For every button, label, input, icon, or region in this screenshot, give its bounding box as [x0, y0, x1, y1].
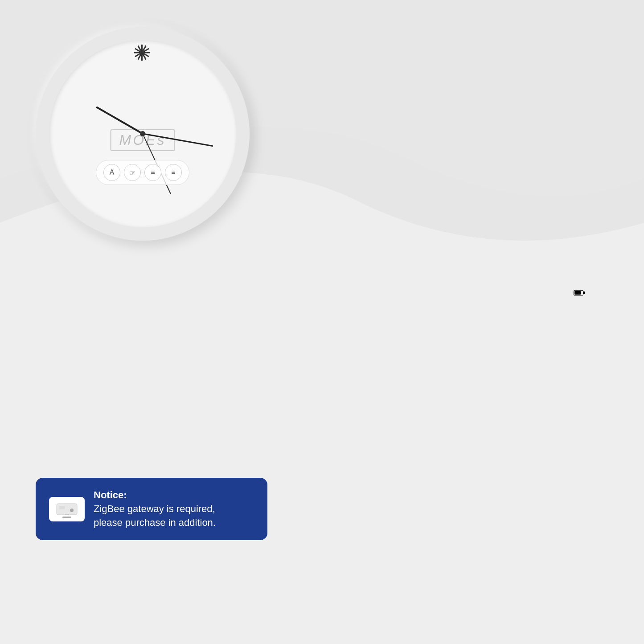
clock-btn-mode1[interactable]: ≡	[144, 164, 161, 181]
notice-text: Notice: ZigBee gateway is required,pleas…	[94, 488, 216, 529]
clock-btn-mode2[interactable]: ≡	[165, 164, 182, 181]
clock-display: MOEs A ☞ ≡ ≡	[36, 27, 250, 241]
svg-point-3	[70, 509, 74, 512]
clock-center	[140, 131, 145, 136]
notice-box: Notice: ZigBee gateway is required,pleas…	[36, 478, 267, 540]
clock-btn-auto[interactable]: A	[103, 164, 120, 181]
battery-icon	[574, 290, 583, 295]
zigbee-gateway-icon	[49, 497, 85, 521]
svg-rect-2	[59, 506, 65, 509]
clock-btn-manual[interactable]: ☞	[124, 164, 141, 181]
clock-buttons: A ☞ ≡ ≡	[96, 160, 189, 185]
svg-rect-4	[65, 514, 69, 515]
